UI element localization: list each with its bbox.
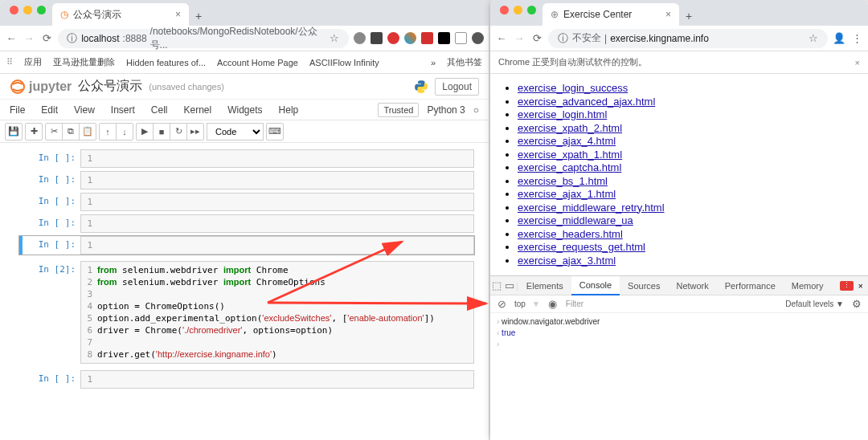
devtools-tab-sources[interactable]: Sources xyxy=(620,276,668,295)
profile-icon[interactable]: 👤 xyxy=(833,32,845,45)
exercise-link[interactable]: exercise_login.html xyxy=(518,108,607,120)
new-tab-button[interactable]: + xyxy=(189,10,208,26)
code-input[interactable]: 1 xyxy=(80,370,474,389)
devtools-tab-console[interactable]: Console xyxy=(571,276,620,295)
devtools-tab-performance[interactable]: Performance xyxy=(717,276,784,295)
devtools-tab-memory[interactable]: Memory xyxy=(784,276,832,295)
code-cell[interactable]: In [ ]:1 xyxy=(23,171,474,189)
bookmark[interactable]: 应用 xyxy=(24,56,42,68)
code-cell[interactable]: In [ ]:1 xyxy=(23,370,474,389)
settings-icon[interactable]: ⚙ xyxy=(850,298,863,311)
ext-icon[interactable] xyxy=(404,32,416,44)
exercise-link[interactable]: exercise_headers.html xyxy=(518,228,623,240)
device-icon[interactable]: ▭ xyxy=(503,279,516,292)
run-all-icon[interactable]: ▸▸ xyxy=(186,123,204,141)
code-input[interactable]: 1 xyxy=(80,236,474,255)
exercise-link[interactable]: exercise_advanced_ajax.html xyxy=(518,96,655,108)
star-icon[interactable]: ☆ xyxy=(807,32,820,45)
menu-insert[interactable]: Insert xyxy=(111,104,135,116)
stop-icon[interactable]: ■ xyxy=(153,123,170,141)
not-secure-icon[interactable]: ⓘ xyxy=(556,32,569,45)
apps-icon[interactable]: ⠿ xyxy=(6,57,13,67)
console-filter[interactable]: Filter xyxy=(566,299,779,308)
devtools-tab-network[interactable]: Network xyxy=(668,276,716,295)
code-cell[interactable]: In [ ]:1 xyxy=(23,214,474,233)
url-field[interactable]: ⓘ 不安全 | exercise.kingname.info ☆ xyxy=(548,29,828,48)
cmd-palette-icon[interactable]: ⌨ xyxy=(266,123,284,141)
reload-icon[interactable]: ⟳ xyxy=(40,32,53,45)
url-field[interactable]: ⓘ localhost:8888/notebooks/MongoRedisNot… xyxy=(58,29,349,48)
exercise-link[interactable]: exercise_ajax_3.html xyxy=(518,255,616,267)
exercise-link[interactable]: exercise_requests_get.html xyxy=(518,241,645,253)
copy-icon[interactable]: ⧉ xyxy=(62,123,80,141)
menu-cell[interactable]: Cell xyxy=(151,104,168,116)
log-levels[interactable]: Default levels ▼ xyxy=(785,299,844,308)
exercise-link[interactable]: exercise_bs_1.html xyxy=(518,175,608,187)
ext-icon[interactable] xyxy=(371,32,383,44)
browser-tab[interactable]: ⊕ Exercise Center × xyxy=(542,3,679,26)
move-up-icon[interactable]: ↑ xyxy=(99,123,117,141)
menu-edit[interactable]: Edit xyxy=(41,104,58,116)
ext-icon[interactable] xyxy=(438,32,450,44)
ext-icon[interactable] xyxy=(354,32,366,44)
code-input[interactable]: 1 xyxy=(80,149,474,168)
code-input[interactable]: 1 xyxy=(80,171,474,189)
notebook-title[interactable]: 公众号演示 xyxy=(78,78,142,95)
bookmark[interactable]: Account Home Page xyxy=(217,58,298,67)
ext-icon[interactable] xyxy=(387,32,399,44)
menu-kernel[interactable]: Kernel xyxy=(184,104,212,116)
exercise-link[interactable]: exercise_ajax_4.html xyxy=(518,135,616,147)
code-cell[interactable]: In [2]:1 2 3 4 5 6 7 8from selenium.webd… xyxy=(23,261,474,364)
bookmark[interactable]: Hidden features of... xyxy=(126,58,206,67)
browser-tab[interactable]: ◷ 公众号演示 × xyxy=(52,3,189,26)
close-infobar-icon[interactable]: × xyxy=(855,58,860,67)
inspect-icon[interactable]: ⬚ xyxy=(490,279,503,292)
min-dot[interactable] xyxy=(514,6,522,14)
code-cell-selected[interactable]: In [ ]:1 xyxy=(19,236,474,255)
code-cell[interactable]: In [ ]:1 xyxy=(23,193,474,211)
move-down-icon[interactable]: ↓ xyxy=(116,123,133,141)
code-cell[interactable]: In [ ]:1 xyxy=(23,149,474,168)
devtools-close-icon[interactable]: × xyxy=(858,281,863,291)
cell-type-select[interactable]: Code xyxy=(207,123,264,141)
menu-help[interactable]: Help xyxy=(279,104,299,116)
menu-widgets[interactable]: Widgets xyxy=(227,104,262,116)
ext-icon[interactable] xyxy=(455,32,467,44)
code-input[interactable]: 1 xyxy=(80,214,474,233)
back-icon[interactable]: ← xyxy=(5,32,18,45)
exercise-link[interactable]: exercise_login_success xyxy=(518,82,628,94)
bookmark[interactable]: ASCIIFlow Infinity xyxy=(309,58,379,67)
ext-icon[interactable] xyxy=(421,32,433,44)
jupyter-logo-icon[interactable]: jupyter xyxy=(10,79,72,95)
notebook-area[interactable]: In [ ]:1 In [ ]:1 In [ ]:1 In [ ]:1 In [… xyxy=(0,143,489,440)
menu-view[interactable]: View xyxy=(74,104,95,116)
run-icon[interactable]: ▶ xyxy=(136,123,154,141)
exercise-link[interactable]: exercise_captcha.html xyxy=(518,161,621,173)
trusted-badge[interactable]: Trusted xyxy=(378,103,419,117)
back-icon[interactable]: ← xyxy=(495,32,508,45)
reload-icon[interactable]: ⟳ xyxy=(530,32,543,45)
max-dot[interactable] xyxy=(527,6,536,14)
logout-button[interactable]: Logout xyxy=(435,78,479,96)
restart-icon[interactable]: ↻ xyxy=(170,123,187,141)
clear-console-icon[interactable]: ⊘ xyxy=(495,298,508,311)
close-dot[interactable] xyxy=(500,6,509,14)
exercise-link[interactable]: exercise_ajax_1.html xyxy=(518,188,616,200)
eye-icon[interactable]: ◉ xyxy=(547,298,559,311)
close-dot[interactable] xyxy=(10,6,18,14)
new-tab-button[interactable]: + xyxy=(679,10,698,26)
add-cell-icon[interactable]: ✚ xyxy=(25,123,43,141)
info-icon[interactable]: ⓘ xyxy=(66,32,78,45)
bookmark[interactable]: 亚马逊批量删除 xyxy=(53,56,115,68)
bookmark-overflow[interactable]: » xyxy=(431,58,436,67)
menu-file[interactable]: File xyxy=(10,104,25,116)
ext-icon[interactable] xyxy=(472,32,484,44)
exercise-link[interactable]: exercise_middleware_retry.html xyxy=(518,202,665,214)
max-dot[interactable] xyxy=(37,6,46,14)
star-icon[interactable]: ☆ xyxy=(329,32,341,45)
close-tab-icon[interactable]: × xyxy=(665,9,671,20)
devtools-tab-elements[interactable]: Elements xyxy=(518,276,571,295)
context-select[interactable]: top xyxy=(514,299,526,308)
devtools-more-icon[interactable]: ⋮ xyxy=(840,281,854,291)
code-input[interactable]: 1 2 3 4 5 6 7 8from selenium.webdriver i… xyxy=(80,261,474,364)
